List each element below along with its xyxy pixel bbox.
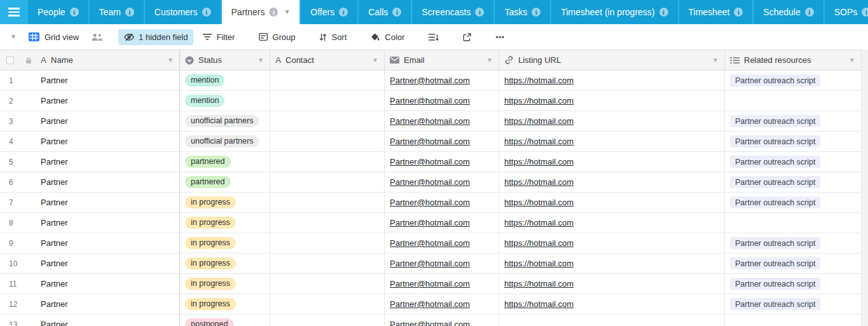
select-all-checkbox[interactable]: [6, 57, 14, 64]
column-chevron-down-icon[interactable]: ▼: [849, 57, 855, 64]
cell-name[interactable]: Partner: [36, 315, 180, 326]
cell-related-resources[interactable]: Partner outreach script: [725, 233, 862, 253]
listing-url-link[interactable]: https://hotmail.com: [504, 137, 574, 146]
info-icon[interactable]: i: [805, 8, 814, 17]
row-number[interactable]: 1: [0, 71, 36, 90]
cell-name[interactable]: Partner: [36, 71, 180, 90]
listing-url-link[interactable]: https://hotmail.com: [504, 299, 574, 309]
cell-contact[interactable]: [270, 294, 385, 314]
row-number[interactable]: 5: [0, 152, 36, 172]
cell-email[interactable]: Partner@hotmail.com: [385, 274, 499, 294]
row-number[interactable]: 9: [0, 233, 36, 253]
email-link[interactable]: Partner@hotmail.com: [390, 116, 470, 126]
related-resource-chip[interactable]: Partner outreach script: [730, 278, 820, 290]
cell-listing-url[interactable]: https://hotmail.com: [499, 254, 725, 273]
cell-related-resources[interactable]: Partner outreach script: [725, 111, 862, 131]
cell-related-resources[interactable]: Partner outreach script: [725, 294, 862, 314]
related-resource-chip[interactable]: Partner outreach script: [730, 237, 820, 249]
related-resource-chip[interactable]: Partner outreach script: [730, 135, 820, 147]
cell-status[interactable]: postponed: [180, 315, 270, 326]
cell-contact[interactable]: [270, 213, 385, 233]
cell-name[interactable]: Partner: [36, 152, 180, 172]
row-number[interactable]: 6: [0, 172, 36, 192]
cell-contact[interactable]: [270, 152, 385, 172]
cell-contact[interactable]: [270, 274, 385, 294]
cell-email[interactable]: Partner@hotmail.com: [385, 132, 499, 151]
column-header-contact[interactable]: AContact▼: [270, 50, 385, 70]
cell-status[interactable]: partnered: [180, 152, 270, 172]
cell-related-resources[interactable]: Partner outreach script: [725, 152, 862, 172]
cell-email[interactable]: Partner@hotmail.com: [385, 172, 499, 192]
email-link[interactable]: Partner@hotmail.com: [390, 96, 470, 105]
info-icon[interactable]: i: [70, 8, 79, 17]
cell-related-resources[interactable]: [725, 91, 862, 111]
cell-status[interactable]: in progress: [180, 294, 270, 314]
cell-status[interactable]: unofficial partners: [180, 132, 270, 151]
cell-listing-url[interactable]: [499, 315, 725, 326]
cell-email[interactable]: Partner@hotmail.com: [385, 193, 499, 212]
email-link[interactable]: Partner@hotmail.com: [390, 177, 470, 187]
cell-email[interactable]: Partner@hotmail.com: [385, 91, 499, 111]
menu-button[interactable]: [0, 0, 28, 24]
cell-listing-url[interactable]: https://hotmail.com: [499, 193, 725, 212]
view-switcher[interactable]: Grid view: [23, 29, 85, 45]
email-link[interactable]: Partner@hotmail.com: [390, 157, 470, 166]
cell-listing-url[interactable]: https://hotmail.com: [499, 152, 725, 172]
cell-listing-url[interactable]: https://hotmail.com: [499, 294, 725, 314]
cell-related-resources[interactable]: [725, 213, 862, 233]
listing-url-link[interactable]: https://hotmail.com: [504, 157, 574, 166]
cell-email[interactable]: Partner@hotmail.com: [385, 152, 499, 172]
email-link[interactable]: Partner@hotmail.com: [390, 299, 470, 309]
view-collaborators-button[interactable]: [88, 30, 106, 44]
cell-related-resources[interactable]: Partner outreach script: [725, 193, 862, 212]
cell-status[interactable]: in progress: [180, 213, 270, 233]
row-height-button[interactable]: [423, 30, 444, 44]
cell-related-resources[interactable]: Partner outreach script: [725, 254, 862, 273]
hidden-fields-button[interactable]: 1 hidden field: [118, 29, 193, 45]
cell-status[interactable]: in progress: [180, 233, 270, 253]
tab-chevron-down-icon[interactable]: ▼: [284, 9, 290, 15]
cell-listing-url[interactable]: https://hotmail.com: [499, 213, 725, 233]
email-link[interactable]: Partner@hotmail.com: [390, 320, 470, 326]
color-button[interactable]: Color: [365, 29, 410, 45]
listing-url-link[interactable]: https://hotmail.com: [504, 76, 574, 85]
email-link[interactable]: Partner@hotmail.com: [390, 279, 470, 289]
cell-related-resources[interactable]: [725, 315, 862, 326]
column-header-status[interactable]: Status▼: [180, 50, 270, 70]
tab-offers[interactable]: Offersi: [301, 0, 357, 24]
cell-email[interactable]: Partner@hotmail.com: [385, 254, 499, 273]
info-icon[interactable]: i: [862, 8, 868, 17]
tab-screencasts[interactable]: Screencastsi: [412, 0, 493, 24]
column-chevron-down-icon[interactable]: ▼: [486, 57, 493, 64]
cell-contact[interactable]: [270, 111, 385, 131]
row-number[interactable]: 10: [0, 254, 36, 273]
cell-email[interactable]: Partner@hotmail.com: [385, 111, 499, 131]
listing-url-link[interactable]: https://hotmail.com: [504, 218, 574, 228]
cell-status[interactable]: mention: [180, 71, 270, 90]
listing-url-link[interactable]: https://hotmail.com: [504, 259, 574, 268]
email-link[interactable]: Partner@hotmail.com: [390, 218, 470, 228]
cell-listing-url[interactable]: https://hotmail.com: [499, 132, 725, 151]
column-header-email[interactable]: Email▼: [385, 50, 499, 70]
related-resource-chip[interactable]: Partner outreach script: [730, 176, 820, 188]
cell-related-resources[interactable]: Partner outreach script: [725, 71, 862, 90]
tab-calls[interactable]: Callsi: [359, 0, 411, 24]
cell-name[interactable]: Partner: [36, 213, 180, 233]
related-resource-chip[interactable]: Partner outreach script: [730, 298, 820, 310]
info-icon[interactable]: i: [202, 8, 211, 17]
tab-customers[interactable]: Customersi: [145, 0, 221, 24]
info-icon[interactable]: i: [734, 8, 743, 17]
tab-partners[interactable]: Partnersi▼: [222, 0, 300, 24]
row-number[interactable]: 4: [0, 132, 36, 151]
tab-tasks[interactable]: Tasksi: [495, 0, 550, 24]
email-link[interactable]: Partner@hotmail.com: [390, 137, 470, 146]
cell-listing-url[interactable]: https://hotmail.com: [499, 71, 725, 90]
cell-email[interactable]: Partner@hotmail.com: [385, 294, 499, 314]
sort-button[interactable]: Sort: [313, 29, 352, 45]
email-link[interactable]: Partner@hotmail.com: [390, 259, 470, 268]
cell-email[interactable]: Partner@hotmail.com: [385, 233, 499, 253]
email-link[interactable]: Partner@hotmail.com: [390, 76, 470, 85]
view-sidebar-toggle[interactable]: ▼: [8, 31, 19, 43]
cell-status[interactable]: in progress: [180, 274, 270, 294]
tab-sops[interactable]: SOPsi: [825, 0, 868, 24]
